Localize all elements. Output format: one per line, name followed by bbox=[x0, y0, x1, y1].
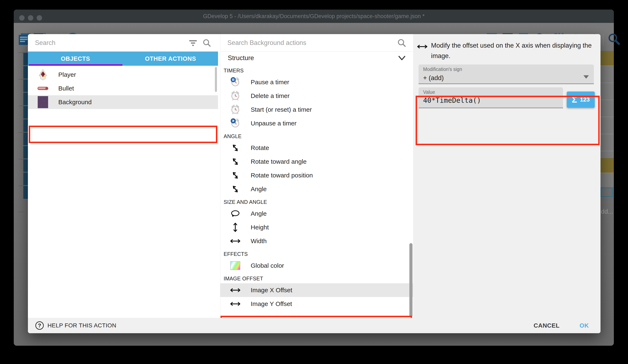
vertical-arrow-icon bbox=[230, 222, 241, 233]
diagonal-arrow-icon bbox=[230, 157, 241, 166]
modification-sign-select[interactable]: Modification's sign + (add) bbox=[418, 64, 594, 84]
field-value: + (add) bbox=[423, 74, 589, 82]
event-row bbox=[23, 53, 28, 65]
event-row bbox=[23, 146, 28, 159]
event-row bbox=[23, 92, 28, 105]
event-row bbox=[601, 100, 614, 117]
action-label: Angle bbox=[251, 185, 267, 193]
tab-objects[interactable]: OBJECTS bbox=[28, 52, 123, 66]
object-label: Player bbox=[58, 71, 76, 78]
action-row-width[interactable]: Width bbox=[220, 234, 413, 248]
action-row-rotate[interactable]: Rotate bbox=[220, 141, 413, 155]
action-label: Angle bbox=[251, 210, 267, 217]
event-row bbox=[23, 66, 28, 79]
objects-panel: Search bbox=[28, 34, 218, 318]
action-group-value: Structure bbox=[228, 54, 398, 62]
horizontal-arrow-icon bbox=[230, 302, 241, 306]
event-row bbox=[601, 134, 614, 151]
action-group-select[interactable]: Structure bbox=[220, 52, 413, 64]
search-icon[interactable] bbox=[608, 32, 621, 46]
objects-panel-tabs: OBJECTS OTHER ACTIONS bbox=[28, 52, 218, 66]
screen: GDevelop 5 - /Users/dkarakay/Documents/G… bbox=[0, 0, 628, 364]
objects-search-placeholder: Search bbox=[35, 39, 189, 47]
close-window-button[interactable] bbox=[19, 15, 25, 21]
selected-event-row bbox=[601, 158, 614, 173]
event-bracket-line bbox=[18, 53, 24, 53]
actions-list-panel: Search Background actions Structure T bbox=[220, 34, 413, 318]
actions-search-placeholder: Search Background actions bbox=[227, 39, 397, 47]
action-row-rotate-toward-position[interactable]: Rotate toward position bbox=[220, 169, 413, 182]
objects-search-field[interactable]: Search bbox=[28, 34, 218, 52]
event-row bbox=[23, 159, 28, 172]
object-row-player[interactable]: Player bbox=[28, 68, 218, 81]
action-row-angle[interactable]: Angle bbox=[220, 182, 413, 196]
action-row-size-angle[interactable]: Angle bbox=[220, 207, 413, 221]
action-label: Height bbox=[251, 224, 269, 231]
timer-icon bbox=[230, 91, 241, 101]
object-label: Bullet bbox=[58, 85, 74, 92]
event-bracket-line bbox=[18, 79, 24, 79]
help-for-this-action-link[interactable]: ? HELP FOR THIS ACTION bbox=[35, 321, 116, 330]
event-row bbox=[23, 106, 28, 119]
value-input[interactable]: Value 40*TimeDelta() bbox=[418, 87, 563, 108]
cancel-button[interactable]: CANCEL bbox=[534, 322, 559, 329]
event-row bbox=[23, 119, 28, 132]
action-row-rotate-toward-angle[interactable]: Rotate toward angle bbox=[220, 155, 413, 169]
section-header: TIMERS bbox=[220, 64, 413, 75]
object-row-background[interactable]: Background bbox=[28, 95, 218, 109]
horizontal-arrow-icon bbox=[230, 288, 241, 293]
action-row-delete-timer[interactable]: Delete a timer bbox=[220, 89, 413, 103]
event-field-outline bbox=[601, 188, 613, 197]
expression-editor-button[interactable]: Σ 123 bbox=[567, 92, 595, 108]
background-tile-icon bbox=[36, 96, 50, 109]
rotation-ellipse-icon bbox=[230, 209, 241, 218]
toolbar-divider bbox=[603, 34, 603, 46]
active-tab-underline bbox=[29, 64, 122, 66]
diagonal-arrow-icon bbox=[230, 143, 241, 153]
action-editor-dialog: Search bbox=[28, 34, 601, 333]
field-label: Value bbox=[423, 89, 558, 95]
event-row bbox=[23, 172, 28, 185]
help-icon: ? bbox=[35, 321, 44, 330]
object-row-bullet[interactable]: Bullet bbox=[28, 81, 218, 95]
color-gradient-icon bbox=[230, 261, 241, 270]
section-header: IMAGE OFFSET bbox=[220, 272, 413, 283]
action-label: Rotate toward angle bbox=[251, 158, 307, 165]
ok-button[interactable]: OK bbox=[579, 322, 589, 329]
minimize-window-button[interactable] bbox=[28, 15, 33, 21]
search-icon[interactable] bbox=[203, 39, 211, 47]
actions-scrollbar-thumb[interactable] bbox=[409, 243, 412, 317]
action-row-image-x-offset[interactable]: Image X Offset bbox=[220, 283, 413, 297]
horizontal-arrow-icon bbox=[417, 44, 428, 61]
action-row-height[interactable]: Height bbox=[220, 221, 413, 234]
maximize-window-button[interactable] bbox=[37, 15, 42, 21]
timer-play-icon bbox=[230, 118, 241, 128]
action-row-pause-timer[interactable]: Pause a timer bbox=[220, 75, 413, 89]
timer-icon bbox=[230, 104, 241, 115]
section-header: EFFECTS bbox=[220, 248, 413, 259]
filter-icon[interactable] bbox=[189, 39, 197, 46]
selected-event-row bbox=[601, 51, 614, 65]
event-row bbox=[601, 65, 614, 83]
action-inspector-panel: Modify the offset used on the X axis whe… bbox=[413, 34, 601, 318]
timer-pause-icon bbox=[230, 77, 241, 87]
dialog-footer: ? HELP FOR THIS ACTION CANCEL OK bbox=[28, 318, 601, 333]
search-icon[interactable] bbox=[397, 39, 406, 47]
action-row-image-y-offset[interactable]: Image Y Offset bbox=[220, 297, 413, 311]
action-label: Unpause a timer bbox=[251, 120, 297, 127]
tab-other-actions[interactable]: OTHER ACTIONS bbox=[123, 52, 218, 66]
sigma-icon: Σ bbox=[572, 95, 577, 105]
action-row-global-color[interactable]: Global color bbox=[220, 259, 413, 272]
actions-search-field[interactable]: Search Background actions bbox=[220, 34, 413, 52]
diagonal-arrow-icon bbox=[230, 184, 241, 194]
section-header: ANGLE bbox=[220, 130, 413, 141]
event-bracket-line bbox=[18, 132, 24, 133]
dropdown-arrow-icon bbox=[583, 75, 589, 79]
action-label: Rotate toward position bbox=[251, 172, 313, 179]
action-row-start-timer[interactable]: Start (or reset) a timer bbox=[220, 103, 413, 117]
objects-scrollbar-thumb[interactable] bbox=[215, 67, 217, 92]
window-title: GDevelop 5 - /Users/dkarakay/Documents/G… bbox=[203, 13, 425, 20]
event-row bbox=[23, 79, 28, 92]
truncated-add-label: dd... bbox=[601, 208, 613, 215]
action-row-unpause-timer[interactable]: Unpause a timer bbox=[220, 117, 413, 130]
